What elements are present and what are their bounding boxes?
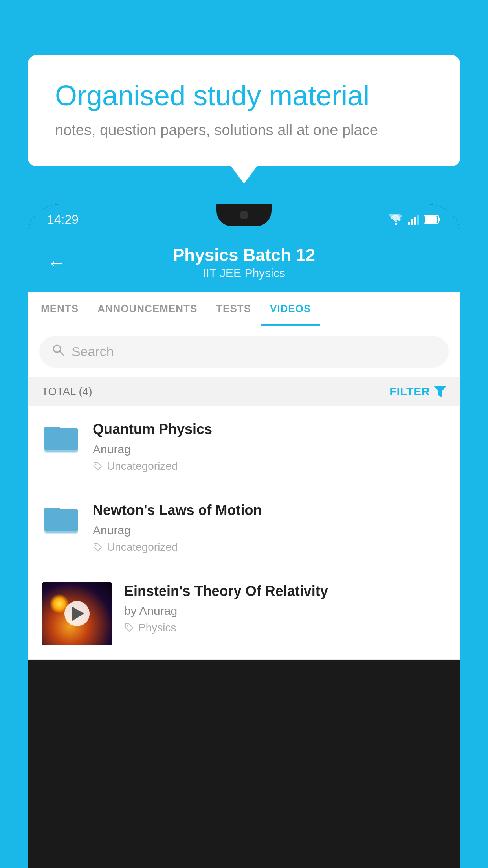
svg-rect-2 — [411, 219, 413, 225]
tab-videos[interactable]: VIDEOS — [261, 292, 320, 326]
tab-announcements[interactable]: ANNOUNCEMENTS — [88, 292, 207, 326]
video-tag: Uncategorized — [93, 460, 446, 473]
folder-icon — [44, 423, 79, 455]
tab-ments[interactable]: MENTS — [31, 292, 88, 326]
video-author: Anurag — [93, 524, 446, 537]
bubble-title: Organised study material — [55, 79, 433, 112]
folder-icon-wrap — [42, 420, 81, 455]
search-placeholder: Search — [72, 344, 114, 359]
status-time: 14:29 — [47, 212, 79, 227]
list-item[interactable]: Newton's Laws of Motion Anurag Uncategor… — [28, 487, 460, 568]
video-author: by Anurag — [124, 604, 446, 618]
speech-bubble-container: Organised study material notes, question… — [28, 55, 460, 166]
svg-rect-6 — [425, 216, 437, 223]
signal-icon — [408, 214, 419, 225]
video-tag: Uncategorized — [93, 541, 446, 554]
video-title: Quantum Physics — [93, 420, 446, 439]
filter-bar: TOTAL (4) FILTER — [28, 377, 460, 406]
svg-marker-10 — [434, 386, 446, 397]
battery-icon — [424, 215, 441, 224]
video-title: Einstein's Theory Of Relativity — [124, 582, 446, 601]
search-icon — [51, 343, 65, 360]
header-subtitle: IIT JEE Physics — [78, 267, 410, 280]
svg-rect-7 — [439, 218, 440, 221]
total-count: TOTAL (4) — [42, 385, 92, 398]
phone-frame: 14:29 — [28, 204, 460, 868]
folder-icon — [44, 504, 79, 536]
back-button[interactable]: ← — [47, 252, 66, 274]
svg-point-0 — [395, 223, 397, 225]
status-icons — [389, 214, 441, 225]
svg-rect-14 — [44, 427, 60, 433]
list-item[interactable]: Einstein's Theory Of Relativity by Anura… — [28, 568, 460, 660]
tag-icon — [93, 461, 103, 471]
svg-rect-3 — [414, 217, 416, 225]
tag-icon — [93, 542, 103, 552]
header-title-block: Physics Batch 12 IIT JEE Physics — [78, 245, 410, 280]
list-item[interactable]: Quantum Physics Anurag Uncategorized — [28, 406, 460, 487]
filter-button[interactable]: FILTER — [389, 385, 446, 398]
search-container: Search — [28, 326, 460, 377]
video-info: Einstein's Theory Of Relativity by Anura… — [124, 582, 446, 634]
play-icon — [72, 607, 84, 621]
tabs-bar: MENTS ANNOUNCEMENTS TESTS VIDEOS — [28, 292, 460, 326]
bubble-subtitle: notes, question papers, solutions all at… — [55, 122, 433, 139]
video-thumbnail — [42, 582, 112, 645]
search-box[interactable]: Search — [39, 336, 449, 368]
video-list: Quantum Physics Anurag Uncategorized — [28, 406, 460, 660]
video-info: Quantum Physics Anurag Uncategorized — [93, 420, 446, 473]
svg-line-9 — [60, 351, 64, 355]
speech-bubble: Organised study material notes, question… — [28, 55, 460, 166]
video-info: Newton's Laws of Motion Anurag Uncategor… — [93, 501, 446, 554]
camera — [240, 211, 248, 219]
svg-rect-19 — [44, 508, 60, 514]
filter-icon — [434, 386, 446, 397]
svg-point-20 — [95, 544, 97, 546]
app-header: ← Physics Batch 12 IIT JEE Physics — [28, 234, 460, 292]
header-title: Physics Batch 12 — [78, 245, 410, 265]
video-author: Anurag — [93, 443, 446, 456]
tag-icon — [124, 623, 134, 633]
video-tag: Physics — [124, 622, 446, 634]
tab-tests[interactable]: TESTS — [207, 292, 261, 326]
svg-point-15 — [95, 463, 97, 465]
svg-rect-4 — [417, 215, 419, 225]
video-title: Newton's Laws of Motion — [93, 501, 446, 520]
wifi-icon — [389, 214, 403, 225]
notch — [216, 204, 272, 226]
play-button[interactable] — [64, 601, 90, 626]
svg-point-21 — [127, 625, 128, 627]
svg-rect-1 — [408, 222, 410, 225]
status-bar: 14:29 — [28, 204, 460, 234]
folder-icon-wrap — [42, 501, 81, 536]
